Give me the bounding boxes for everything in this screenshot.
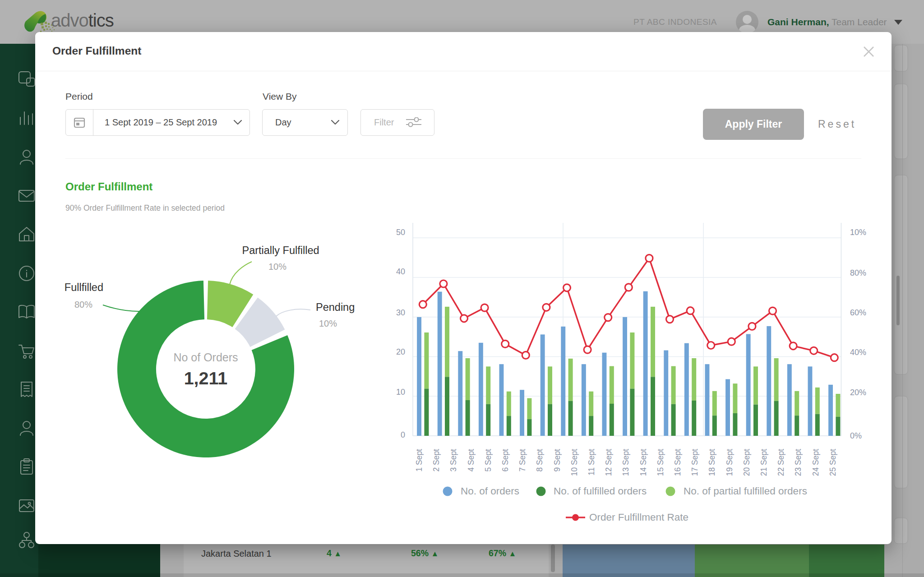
- svg-text:0: 0: [401, 430, 405, 439]
- svg-text:10%: 10%: [850, 228, 866, 237]
- svg-text:No. of fulfilled orders: No. of fulfilled orders: [554, 485, 647, 497]
- svg-text:22 Sept: 22 Sept: [776, 449, 785, 476]
- svg-text:17 Sept: 17 Sept: [690, 449, 699, 476]
- svg-text:No. of orders: No. of orders: [461, 485, 519, 497]
- svg-text:50: 50: [396, 228, 405, 237]
- svg-text:18 Sept: 18 Sept: [707, 449, 716, 476]
- svg-text:13 Sept: 13 Sept: [621, 449, 630, 476]
- svg-text:1,211: 1,211: [184, 368, 228, 388]
- svg-text:7 Sept: 7 Sept: [518, 449, 527, 472]
- svg-text:0%: 0%: [850, 431, 862, 440]
- svg-text:No. of partial fulfilled order: No. of partial fulfilled orders: [684, 485, 807, 497]
- svg-text:30: 30: [396, 308, 405, 317]
- svg-text:23 Sept: 23 Sept: [794, 449, 803, 476]
- svg-text:14 Sept: 14 Sept: [639, 449, 648, 476]
- svg-text:40%: 40%: [850, 348, 866, 357]
- svg-text:10%: 10%: [319, 319, 337, 328]
- svg-text:Partially Fulfilled: Partially Fulfilled: [242, 245, 319, 256]
- svg-text:12 Sept: 12 Sept: [604, 449, 613, 476]
- svg-text:21 Sept: 21 Sept: [759, 449, 768, 476]
- svg-text:10: 10: [396, 388, 405, 397]
- svg-text:1 Sept: 1 Sept: [415, 449, 424, 472]
- svg-text:10 Sept: 10 Sept: [570, 449, 579, 476]
- svg-text:3 Sept: 3 Sept: [449, 449, 458, 472]
- svg-text:8 Sept: 8 Sept: [535, 449, 544, 472]
- svg-text:15 Sept: 15 Sept: [656, 449, 665, 476]
- svg-text:60%: 60%: [850, 308, 866, 317]
- svg-text:40: 40: [396, 267, 405, 276]
- svg-text:Pending: Pending: [316, 301, 355, 313]
- svg-text:9 Sept: 9 Sept: [553, 449, 562, 472]
- svg-text:Fullfilled: Fullfilled: [65, 282, 103, 293]
- svg-text:25 Sept: 25 Sept: [828, 449, 837, 476]
- svg-text:No of Orders: No of Orders: [173, 351, 238, 364]
- svg-text:20%: 20%: [850, 388, 866, 397]
- svg-text:Order Fulfillment Rate: Order Fulfillment Rate: [589, 512, 688, 523]
- svg-text:11 Sept: 11 Sept: [587, 449, 596, 475]
- svg-text:10%: 10%: [268, 262, 286, 272]
- svg-text:20 Sept: 20 Sept: [742, 449, 751, 476]
- svg-text:6 Sept: 6 Sept: [501, 449, 510, 472]
- svg-text:80%: 80%: [850, 268, 866, 277]
- svg-text:16 Sept: 16 Sept: [673, 449, 682, 476]
- svg-text:80%: 80%: [74, 300, 92, 309]
- svg-text:20: 20: [396, 347, 405, 356]
- svg-text:19 Sept: 19 Sept: [725, 449, 734, 476]
- svg-text:24 Sept: 24 Sept: [811, 449, 820, 476]
- svg-text:5 Sept: 5 Sept: [484, 449, 493, 472]
- svg-text:2 Sept: 2 Sept: [432, 449, 441, 472]
- svg-text:4 Sept: 4 Sept: [467, 449, 476, 472]
